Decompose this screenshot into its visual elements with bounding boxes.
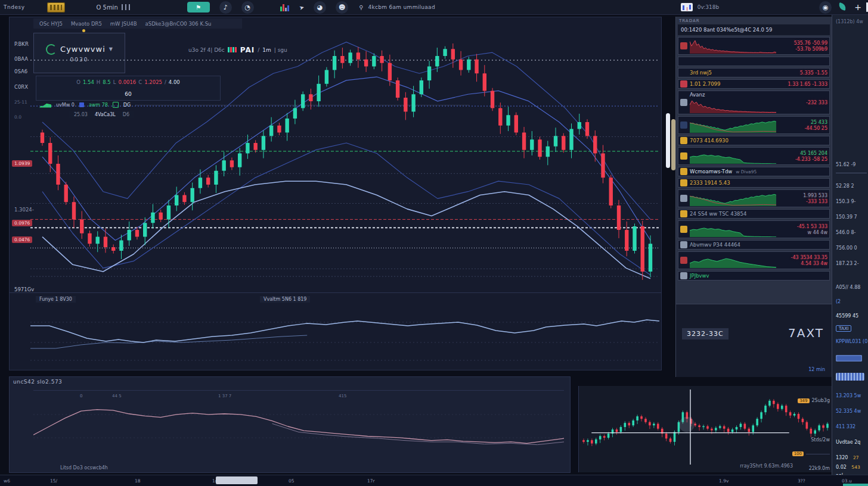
instrument-icon: [680, 257, 687, 264]
instrument-icon: [680, 80, 687, 88]
vertical-scrollbar-secondary[interactable]: [671, 119, 675, 170]
flag-icon: ⚑: [196, 4, 201, 11]
flag-button[interactable]: ⚑: [187, 2, 210, 13]
menu-item-2[interactable]: Mvaoto DR5: [71, 21, 102, 27]
watchlist-values: 1.993 533 -333 133: [776, 193, 827, 204]
timeline-bar[interactable]: w615/181r0517r1.9v3??03.u: [0, 475, 868, 486]
time-tick-label: 18: [135, 478, 141, 484]
watchlist-title: TRADAR: [679, 18, 830, 23]
vertical-scrollbar[interactable]: [666, 113, 670, 168]
timeframe-label: O 5min: [96, 4, 117, 11]
watchlist-row-main: Wcmoamws-Tdw w Diva95: [690, 169, 776, 175]
watchlist-row[interactable]: Abvmwv P34 44464: [678, 240, 830, 250]
watchlist-row[interactable]: 24 SS4 ww TSC 43854: [678, 209, 830, 219]
watchlist-row[interactable]: 535.76 -50.99 -53.7b 509b9: [678, 37, 830, 55]
time-tick-label: w6: [4, 478, 10, 484]
instrument-name: 24 SS4 ww TSC 43854: [690, 211, 746, 217]
watchlist-row[interactable]: 25 433 -44.50 25: [678, 116, 830, 134]
sparkline-chart: [690, 117, 776, 133]
menu-item-1[interactable]: OSc HYJ5: [39, 21, 63, 27]
scale-value: Uvdtae 2q: [836, 440, 860, 445]
sparkline-chart: [690, 222, 776, 237]
price-scale-item: Uvdtae 2q ◎: [832, 440, 868, 445]
watchlist-sidebar: TRADAR 00:1420 8ant 034%e5t@4C 24.0 59 5…: [675, 17, 832, 304]
swirl-button[interactable]: ◕: [314, 1, 326, 14]
menu-item-4[interactable]: aSDke3@BnCO0 306 K.Su: [145, 21, 212, 27]
value-primary: 1.993 533: [803, 193, 827, 198]
mini-chart-icon[interactable]: [280, 3, 291, 11]
watchlist-row[interactable]: Wcmoamws-Tdw w Diva95: [678, 167, 830, 176]
globe-button[interactable]: ◔: [241, 1, 254, 14]
price-scale-item: KPPWL031 (0 ◎: [832, 339, 868, 344]
watchlist-row[interactable]: -43 3534 33.35 4.54 33 4w: [678, 251, 830, 269]
watchlist-values: 1.33 1.65 -1.333: [776, 82, 827, 87]
watchlist-row-main: [690, 117, 776, 133]
subpanel-center-label[interactable]: Vvaltm 5N6 1 819: [260, 296, 310, 303]
line-chart[interactable]: [33, 391, 564, 462]
time-tick-label: 3??: [798, 478, 805, 484]
watchlist-row[interactable]: 7073 414.6930: [678, 136, 830, 145]
watchlist-row[interactable]: 3rd nwj5 5.335 -1.55: [678, 68, 830, 77]
price-scale-item: ◎: [832, 173, 868, 173]
watchlist-row[interactable]: -45.1 53 333 w 44 4w: [678, 220, 830, 238]
instrument-name: JPJbvwv: [690, 273, 709, 279]
scale-extra-value: 27: [853, 455, 859, 460]
scale-badge[interactable]: TAXI: [836, 325, 851, 332]
leaf-icon[interactable]: [838, 2, 848, 12]
app-logo-icon[interactable]: [47, 2, 65, 13]
value-secondary: 4.54 33 4w: [801, 261, 827, 266]
watchlist-values: 25 433 -44.50 25: [776, 120, 827, 131]
add-button[interactable]: +: [854, 2, 861, 12]
price-scale-item: 411 332 ◎: [832, 424, 868, 429]
instrument-name: Abvmwv P34 44464: [690, 242, 740, 248]
br-label-text: 2Sub3g: [812, 398, 830, 403]
watchlist-row[interactable]: Avanz -232 333: [678, 91, 830, 114]
blue-bar-badge[interactable]: [836, 355, 862, 362]
scale-value: (2: [836, 299, 841, 304]
bell-icon: ♪: [224, 4, 228, 11]
value-primary: -43 3534 33.35: [791, 255, 827, 260]
detail-badge[interactable]: 3232-33C: [682, 328, 728, 339]
br-label-text: 22k9.0m: [809, 466, 830, 471]
br-label: Stds/2w: [811, 437, 830, 443]
price-scale-item: ◎: [832, 373, 868, 381]
scale-value: 13.203 5w: [836, 393, 861, 398]
value-primary: 535.76 -50.99: [794, 40, 827, 46]
watchlist-row[interactable]: 1.993 533 -333 133: [678, 189, 830, 207]
cursor-tool-icon[interactable]: ➤: [298, 4, 305, 11]
timeframe-menu[interactable]: O 5min: [96, 4, 129, 11]
instrument-icon: [680, 272, 687, 279]
timeline-scrollbar-thumb[interactable]: [216, 476, 258, 484]
watchlist-row[interactable]: 1.01 2.7099 1.33 1.65 -1.333: [678, 79, 830, 89]
blue-bar-badge-2[interactable]: [836, 373, 864, 381]
watchlist-row[interactable]: 45 165 204 -4.233 -58 25: [678, 147, 830, 165]
volume-indicator-chart[interactable]: [30, 306, 659, 365]
camera-button[interactable]: ◉: [819, 1, 832, 14]
profile-button[interactable]: ☻: [336, 1, 348, 14]
instrument-name: 3rd nwj5: [690, 70, 712, 76]
watchlist-row[interactable]: [678, 57, 830, 66]
watchlist-row[interactable]: JPJbvwv: [678, 271, 830, 281]
scale-value: 45599 45: [836, 313, 858, 319]
detail-panel: 3232-33C 7AXT 12 min: [675, 304, 832, 377]
value-secondary: w 44 4w: [808, 230, 827, 235]
chart-tick-label: 44 5: [112, 394, 122, 398]
watchlist-row[interactable]: 2333 1914 5.43: [678, 178, 830, 188]
instrument-name: Avanz: [690, 92, 705, 98]
candlestick-chart[interactable]: [30, 35, 659, 292]
price-scale-item: 52.335 4w ◎: [832, 409, 868, 414]
subpanel-left-label[interactable]: Funye 1 8V30: [36, 296, 76, 303]
chart-window-icon[interactable]: [681, 3, 693, 11]
menu-item-3[interactable]: mW JSU4B: [110, 21, 137, 27]
notifications-button[interactable]: ♪: [219, 1, 232, 14]
scale-value: 756.00 0: [836, 245, 857, 251]
price-scale-item: 1320 27 ◎: [832, 455, 868, 460]
price-scale-item: TAXI ◎: [832, 325, 868, 332]
scale-extra-value: 543: [851, 465, 860, 470]
scale-value: 411 332: [836, 424, 855, 429]
chart-tick-label: 0: [80, 394, 82, 398]
br-label-text: Stds/2w: [811, 437, 830, 443]
pin-icon[interactable]: ⚲: [359, 4, 363, 11]
time-tick-label: 05: [289, 478, 294, 484]
price-scale-item: 51.62 -9 ◎: [832, 162, 868, 167]
